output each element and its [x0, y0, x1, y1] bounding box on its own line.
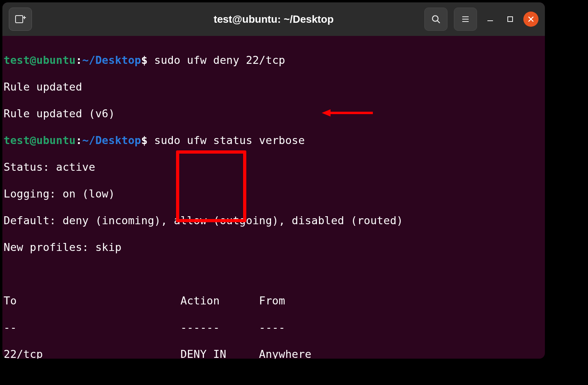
close-button[interactable] [523, 12, 539, 27]
svg-line-4 [438, 21, 440, 23]
command-1: sudo ufw deny 22/tcp [148, 54, 285, 66]
output-line: Logging: on (low) [4, 187, 544, 201]
maximize-icon [507, 16, 514, 23]
command-2: sudo ufw status verbose [148, 134, 305, 146]
hamburger-icon [461, 14, 470, 24]
prompt-dollar: $ [141, 134, 148, 146]
table-separator: -- ------ ---- [4, 321, 544, 334]
terminal-body[interactable]: test@ubuntu:~/Desktop$ sudo ufw deny 22/… [2, 36, 545, 359]
output-line: Rule updated [4, 80, 544, 94]
new-tab-button[interactable] [9, 8, 32, 31]
new-tab-icon [14, 14, 26, 24]
table-header: To Action From [4, 294, 544, 308]
minimize-button[interactable] [483, 12, 497, 26]
table-row: 22/tcp DENY IN Anywhere [4, 347, 544, 359]
prompt-path: ~/Desktop [82, 134, 141, 146]
search-button[interactable] [424, 8, 447, 31]
prompt-dollar: $ [141, 54, 148, 66]
prompt-path: ~/Desktop [82, 54, 141, 66]
output-line: Rule updated (v6) [4, 107, 544, 120]
titlebar[interactable]: test@ubuntu: ~/Desktop [2, 2, 545, 36]
terminal-window: test@ubuntu: ~/Desktop [2, 2, 545, 359]
menu-button[interactable] [454, 8, 477, 31]
prompt-colon: : [75, 54, 82, 66]
output-line: Status: active [4, 160, 544, 174]
output-line: New profiles: skip [4, 241, 544, 254]
minimize-icon [486, 15, 494, 23]
prompt-colon: : [75, 134, 82, 146]
search-icon [431, 14, 441, 24]
close-icon [527, 16, 535, 23]
maximize-button[interactable] [503, 12, 517, 26]
prompt-userhost: test@ubuntu [4, 134, 75, 146]
svg-point-3 [432, 16, 438, 21]
output-line: Default: deny (incoming), allow (outgoin… [4, 214, 544, 227]
svg-rect-9 [508, 17, 513, 22]
output-blank [4, 267, 544, 281]
prompt-userhost: test@ubuntu [4, 54, 75, 66]
svg-rect-0 [16, 16, 23, 23]
